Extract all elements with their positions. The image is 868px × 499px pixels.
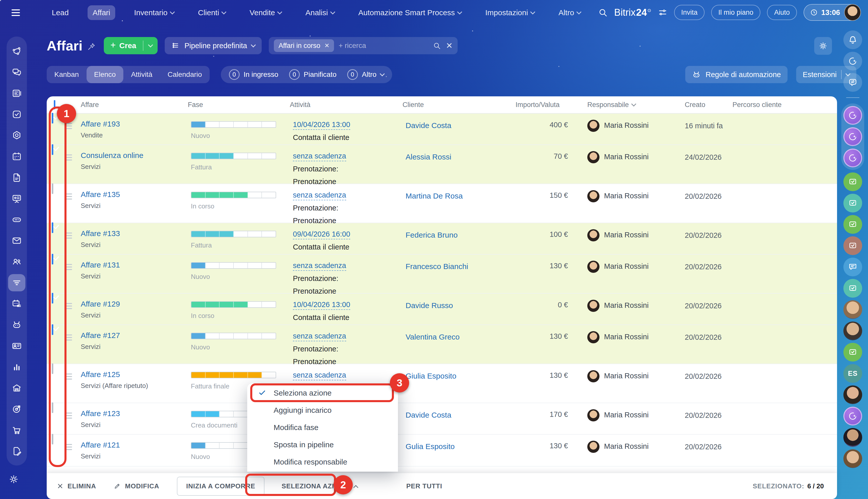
pin-icon[interactable] xyxy=(87,42,96,51)
responsible-name[interactable]: Maria Rossini xyxy=(604,121,649,130)
start-composing-button[interactable]: INIZIA A COMPORRE xyxy=(177,477,264,496)
responsible-avatar[interactable] xyxy=(587,261,599,273)
deal-name-link[interactable]: Affare #131 xyxy=(81,261,184,269)
grid-settings-button[interactable] xyxy=(814,37,832,55)
copilot-icon[interactable] xyxy=(843,149,862,167)
chat-icon[interactable] xyxy=(843,258,862,276)
counter-altro[interactable]: 0Altro xyxy=(347,69,384,80)
client-link[interactable]: Francesco Bianchi xyxy=(406,262,468,270)
nav-item-automazione-smart-process[interactable]: Automazione Smart Process xyxy=(353,5,466,20)
user-avatar[interactable] xyxy=(843,300,862,319)
responsible-name[interactable]: Maria Rossini xyxy=(604,333,649,341)
settings-icon[interactable] xyxy=(8,474,19,485)
deal-name-link[interactable]: Affare #123 xyxy=(81,409,184,418)
row-checkbox[interactable] xyxy=(52,363,53,374)
sidebar-item-store-icon[interactable] xyxy=(8,422,25,439)
sidebar-item-vibe-icon[interactable] xyxy=(8,42,25,60)
nav-item-affari[interactable]: Affari xyxy=(87,5,115,20)
responsible-name[interactable]: Maria Rossini xyxy=(604,153,649,161)
task-icon[interactable] xyxy=(843,343,862,362)
activity-deadline-link[interactable]: senza scadenza xyxy=(293,371,346,380)
invite-button[interactable]: Invita xyxy=(674,5,705,20)
copilot-icon[interactable] xyxy=(843,407,862,425)
deal-name-link[interactable]: Affare #193 xyxy=(81,120,184,128)
sidebar-item-messenger-icon[interactable] xyxy=(8,64,25,81)
responsible-avatar[interactable] xyxy=(587,229,599,241)
tab-elenco[interactable]: Elenco xyxy=(86,66,123,83)
deal-name-link[interactable]: Consulenza online xyxy=(81,151,184,160)
copilot-icon[interactable] xyxy=(843,127,862,146)
drag-handle-icon[interactable] xyxy=(65,155,79,160)
drag-handle-icon[interactable] xyxy=(65,264,79,270)
activity-deadline-link[interactable]: 09/04/2026 16:00 xyxy=(293,230,350,239)
sidebar-item-hr-icon[interactable] xyxy=(8,253,25,270)
row-checkbox[interactable] xyxy=(52,402,53,413)
column-header-percorso[interactable]: Percorso cliente xyxy=(725,101,837,109)
task-icon[interactable] xyxy=(843,172,862,191)
sidebar-item-scheduler-icon[interactable] xyxy=(8,295,25,312)
deal-name-link[interactable]: Affare #129 xyxy=(81,300,184,308)
row-checkbox[interactable] xyxy=(52,113,53,123)
task-icon[interactable] xyxy=(843,194,862,212)
column-header-fase[interactable]: Fase xyxy=(186,101,288,109)
nav-item-clienti[interactable]: Clienti xyxy=(193,5,231,20)
responsible-avatar[interactable] xyxy=(587,331,599,343)
create-dropdown-toggle[interactable] xyxy=(143,44,158,47)
nav-item-impostazioni[interactable]: Impostazioni xyxy=(480,5,539,20)
task-icon[interactable] xyxy=(843,215,862,234)
user-avatar[interactable] xyxy=(843,386,862,404)
automation-rules-button[interactable]: Regole di automazione xyxy=(685,66,787,83)
sidebar-item-esign-icon[interactable] xyxy=(8,442,25,460)
client-link[interactable]: Davide Costa xyxy=(406,411,451,419)
nav-item-lead[interactable]: Lead xyxy=(47,5,74,20)
row-checkbox[interactable] xyxy=(52,222,53,233)
counter-in-ingresso[interactable]: 0In ingresso xyxy=(229,69,278,80)
select-all-checkbox[interactable] xyxy=(54,100,55,109)
responsible-name[interactable]: Maria Rossini xyxy=(604,301,649,309)
delete-button[interactable]: ELIMINA xyxy=(57,482,96,490)
sidebar-item-newsfeed-icon[interactable] xyxy=(8,85,25,102)
sidebar-item-warehouse-icon[interactable] xyxy=(8,379,25,397)
initials-badge[interactable]: ES xyxy=(843,364,862,383)
search-input[interactable]: Affari in corso✕ + ricerca ✕ xyxy=(269,37,457,54)
sidebar-item-sign-icon[interactable] xyxy=(8,127,25,144)
activity-deadline-link[interactable]: senza scadenza xyxy=(293,152,346,161)
responsible-avatar[interactable] xyxy=(587,409,599,422)
copilot-icon[interactable] xyxy=(843,106,862,125)
task-icon[interactable] xyxy=(843,279,862,298)
stage-progress-bar[interactable] xyxy=(191,333,276,339)
sidebar-item-mail-icon[interactable] xyxy=(8,232,25,249)
column-header-affare[interactable]: Affare xyxy=(79,101,186,109)
client-link[interactable]: Valentina Greco xyxy=(406,333,460,341)
responsible-avatar[interactable] xyxy=(587,441,599,453)
messenger-sync-icon[interactable] xyxy=(843,73,862,92)
my-plan-button[interactable]: Il mio piano xyxy=(711,5,760,20)
drag-handle-icon[interactable] xyxy=(65,232,79,239)
drag-handle-icon[interactable] xyxy=(65,193,79,199)
global-search-icon[interactable] xyxy=(598,8,608,17)
sidebar-item-whiteboard-icon[interactable] xyxy=(8,190,25,207)
responsible-name[interactable]: Maria Rossini xyxy=(604,372,649,380)
tab-attività[interactable]: Attività xyxy=(123,66,160,83)
for-all-label[interactable]: PER TUTTI xyxy=(406,482,442,490)
client-link[interactable]: Alessia Rossi xyxy=(406,153,451,161)
responsible-name[interactable]: Maria Rossini xyxy=(604,262,649,270)
nav-item-analisi[interactable]: Analisi xyxy=(300,5,339,20)
menu-item-seleziona-azione[interactable]: Seleziona azione xyxy=(247,385,398,402)
responsible-name[interactable]: Maria Rossini xyxy=(604,231,649,239)
activity-deadline-link[interactable]: senza scadenza xyxy=(293,261,346,271)
drag-handle-icon[interactable] xyxy=(65,374,79,380)
stage-progress-bar[interactable] xyxy=(191,262,276,269)
menu-item-sposta-in-pipeline[interactable]: Sposta in pipeline xyxy=(247,436,398,453)
sidebar-item-documents-icon[interactable] xyxy=(8,169,25,186)
drag-handle-icon[interactable] xyxy=(65,334,79,341)
filter-sliders-icon[interactable] xyxy=(658,8,667,17)
responsible-avatar[interactable] xyxy=(587,151,599,163)
create-deal-button[interactable]: +Crea xyxy=(104,37,158,54)
client-link[interactable]: Davide Russo xyxy=(406,301,453,309)
deal-name-link[interactable]: Affare #127 xyxy=(81,331,184,340)
client-link[interactable]: Martina De Rosa xyxy=(406,192,463,200)
main-menu-icon[interactable] xyxy=(10,7,21,18)
counter-pianificato[interactable]: 0Pianificato xyxy=(289,69,336,80)
responsible-avatar[interactable] xyxy=(587,120,599,132)
